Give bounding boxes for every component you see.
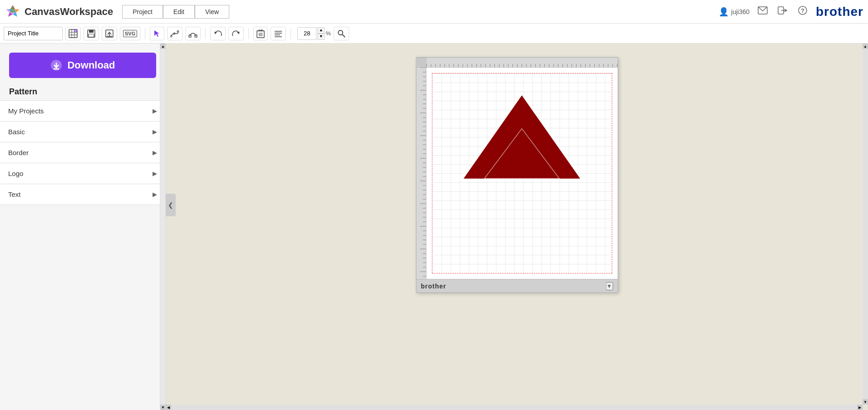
- username: juji360: [731, 8, 750, 15]
- svg-text:?: ?: [801, 7, 804, 14]
- svg-marker-26: [154, 30, 159, 37]
- logout-button[interactable]: [776, 4, 789, 19]
- logo-area: CanvasWorkspace: [5, 4, 113, 20]
- svg-rect-22: [89, 34, 94, 37]
- node-tool-icon: [188, 29, 197, 38]
- triangle-container: [446, 87, 598, 259]
- edit-menu[interactable]: Edit: [163, 5, 195, 19]
- svg-button[interactable]: SVG: [120, 27, 140, 40]
- ruler-left: [416, 68, 426, 279]
- app-title: CanvasWorkspace: [25, 6, 113, 18]
- pattern-list: My Projects ▶ Basic ▶ Border ▶ Logo ▶ Te…: [0, 100, 165, 410]
- zoom-search-button[interactable]: [334, 27, 349, 40]
- svg-point-46: [338, 30, 343, 35]
- pattern-item-label: Border: [8, 149, 29, 156]
- left-panel: Download Pattern My Projects ▶ Basic ▶ B…: [0, 44, 166, 410]
- pattern-item-label: Basic: [8, 128, 25, 136]
- workspace-canvas: brother ▼: [416, 57, 618, 293]
- pattern-item-logo[interactable]: Logo ▶: [0, 163, 165, 184]
- paper: [432, 73, 612, 273]
- download-label: Download: [67, 59, 115, 71]
- redo-icon: [232, 29, 241, 38]
- svg-label: SVG: [123, 30, 137, 37]
- user-area: 👤 juji360: [719, 7, 750, 17]
- separator-4: [291, 28, 291, 39]
- svg-marker-146: [464, 95, 580, 178]
- undo-button[interactable]: [210, 27, 226, 40]
- redo-button[interactable]: [228, 27, 244, 40]
- vscroll-down-button[interactable]: ▼: [863, 399, 868, 405]
- pen-tool-button[interactable]: [167, 27, 182, 40]
- separator-2: [205, 28, 206, 39]
- right-nav: 👤 juji360 ? brother: [719, 4, 863, 20]
- svg-line-47: [342, 34, 345, 37]
- delete-button[interactable]: [253, 27, 268, 40]
- pattern-item-basic[interactable]: Basic ▶: [0, 122, 165, 142]
- brother-brand: brother: [816, 5, 863, 19]
- scroll-down-arrow[interactable]: ▼: [160, 405, 166, 410]
- delete-icon: [256, 29, 265, 38]
- save-icon: [87, 29, 96, 38]
- project-menu[interactable]: Project: [122, 5, 163, 19]
- canvas-scroll-down-button[interactable]: ▼: [606, 282, 613, 290]
- node-tool-button[interactable]: [185, 27, 201, 40]
- download-icon: [50, 59, 63, 72]
- canvas-footer-brand: brother: [421, 283, 446, 290]
- scroll-up-arrow[interactable]: ▲: [160, 44, 166, 49]
- left-scrollbar[interactable]: ▲ ▼: [160, 44, 165, 410]
- zoom-percent: %: [326, 30, 331, 37]
- logo-icon: [5, 4, 21, 20]
- top-navigation: CanvasWorkspace Project Edit View 👤 juji…: [0, 0, 868, 24]
- vscroll-up-button[interactable]: ▲: [863, 44, 868, 49]
- save-button[interactable]: [84, 27, 99, 40]
- nav-menus: Project Edit View: [122, 5, 229, 19]
- pattern-item-label: Text: [8, 190, 21, 198]
- export-button[interactable]: [102, 27, 117, 40]
- pattern-arrow-basic: ▶: [153, 128, 157, 135]
- toolbar: SVG: [0, 24, 868, 44]
- pattern-arrow-logo: ▶: [153, 170, 157, 177]
- text-format-button[interactable]: [271, 27, 286, 40]
- pattern-arrow-my-projects: ▶: [153, 107, 157, 114]
- svg-marker-33: [237, 32, 240, 34]
- canvas-area: ▲ ▼ ◀ ▶: [166, 44, 868, 410]
- canvas-footer: brother ▼: [416, 279, 617, 293]
- pattern-item-text[interactable]: Text ▶: [0, 184, 165, 205]
- view-menu[interactable]: View: [195, 5, 229, 19]
- separator-3: [248, 28, 249, 39]
- logout-icon: [778, 6, 788, 15]
- hscroll-right-button[interactable]: ▶: [857, 405, 863, 410]
- hscroll-left-button[interactable]: ◀: [166, 405, 171, 410]
- main-layout: Download Pattern My Projects ▶ Basic ▶ B…: [0, 44, 868, 410]
- horizontal-scrollbar[interactable]: ◀ ▶: [166, 405, 863, 410]
- svg-rect-21: [89, 30, 94, 33]
- pen-tool-icon: [170, 29, 179, 38]
- collapse-panel-button[interactable]: ❮: [166, 194, 176, 216]
- text-format-icon: [274, 29, 283, 38]
- vertical-scrollbar[interactable]: ▲ ▼: [863, 44, 868, 405]
- pattern-item-my-projects[interactable]: My Projects ▶: [0, 101, 165, 122]
- pattern-item-label: Logo: [8, 170, 23, 177]
- pattern-item-label: My Projects: [8, 107, 44, 115]
- pattern-label: Pattern: [9, 87, 156, 97]
- triangle-svg: [459, 87, 586, 187]
- mail-icon: [758, 6, 768, 15]
- pattern-item-border[interactable]: Border ▶: [0, 142, 165, 163]
- user-icon: 👤: [719, 7, 729, 17]
- canvas-inner: [426, 68, 617, 279]
- zoom-up-button[interactable]: ▲: [317, 27, 325, 34]
- help-button[interactable]: ?: [796, 4, 809, 20]
- zoom-stepper: ▲ ▼: [317, 27, 325, 40]
- select-tool-button[interactable]: [150, 27, 164, 40]
- undo-icon: [213, 29, 222, 38]
- add-table-button[interactable]: [65, 27, 81, 40]
- mail-button[interactable]: [756, 5, 769, 19]
- pattern-arrow-text: ▶: [153, 191, 157, 198]
- zoom-down-button[interactable]: ▼: [317, 34, 325, 40]
- project-title-input[interactable]: [4, 27, 63, 40]
- help-icon: ?: [798, 5, 808, 15]
- download-button[interactable]: Download: [9, 53, 156, 78]
- zoom-input[interactable]: [297, 27, 316, 40]
- pattern-arrow-border: ▶: [153, 149, 157, 156]
- select-tool-icon: [153, 29, 161, 38]
